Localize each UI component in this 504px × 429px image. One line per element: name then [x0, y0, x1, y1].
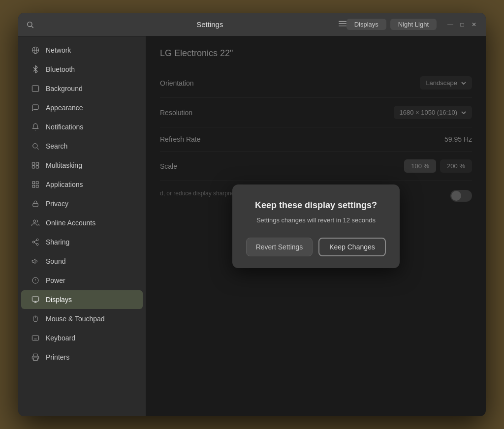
sidebar-item-multitasking[interactable]: Multitasking	[21, 156, 143, 175]
sidebar-label-background: Background	[46, 85, 83, 92]
svg-rect-39	[33, 358, 37, 360]
multitasking-icon	[31, 161, 40, 170]
privacy-icon	[31, 199, 40, 208]
bluetooth-icon	[31, 65, 40, 74]
close-button[interactable]: ✕	[470, 21, 478, 29]
titlebar: Settings Displays Night Light — □ ✕	[18, 13, 486, 36]
sidebar-item-power[interactable]: Power	[21, 271, 143, 290]
background-icon	[31, 84, 40, 93]
sidebar-item-background[interactable]: Background	[21, 79, 143, 98]
svg-line-1	[32, 26, 33, 28]
sidebar-item-mouse-touchpad[interactable]: Mouse & Touchpad	[21, 309, 143, 328]
svg-rect-11	[32, 162, 34, 165]
sidebar-label-network: Network	[46, 46, 71, 54]
sidebar-label-bluetooth: Bluetooth	[46, 65, 75, 73]
dialog-buttons: Revert Settings Keep Changes	[246, 238, 386, 256]
sidebar-label-sound: Sound	[46, 257, 65, 265]
displays-icon	[31, 295, 40, 304]
online-accounts-icon	[31, 218, 40, 227]
svg-line-10	[37, 148, 39, 150]
applications-icon	[31, 180, 40, 189]
sidebar-label-keyboard: Keyboard	[46, 334, 75, 342]
sidebar-item-privacy[interactable]: Privacy	[21, 194, 143, 213]
sidebar-item-online-accounts[interactable]: Online Accounts	[21, 214, 143, 232]
titlebar-tabs: Displays Night Light	[346, 19, 437, 30]
sidebar-item-displays[interactable]: Displays	[21, 290, 143, 309]
tab-night-light[interactable]: Night Light	[390, 19, 437, 30]
window-title: Settings	[42, 20, 378, 29]
minimize-button[interactable]: —	[446, 21, 454, 29]
svg-rect-8	[32, 86, 38, 92]
sidebar-label-sharing: Sharing	[46, 238, 69, 246]
sidebar-item-sound[interactable]: Sound	[21, 252, 143, 271]
svg-point-9	[33, 144, 37, 148]
sound-icon	[31, 257, 40, 266]
sidebar-item-bluetooth[interactable]: Bluetooth	[21, 60, 143, 79]
dialog-body: Settings changes will revert in 12 secon…	[246, 216, 386, 224]
keyboard-icon	[31, 334, 40, 342]
sidebar-item-notifications[interactable]: Notifications	[21, 118, 143, 136]
dialog-overlay: Keep these display settings? Settings ch…	[146, 36, 486, 416]
appearance-icon	[31, 103, 40, 112]
menu-icon[interactable]	[339, 20, 346, 30]
svg-rect-14	[36, 166, 38, 168]
svg-rect-4	[339, 26, 346, 26]
svg-point-20	[33, 220, 35, 222]
svg-rect-2	[339, 21, 346, 21]
tab-displays[interactable]: Displays	[346, 19, 386, 30]
settings-window: Settings Displays Night Light — □ ✕ Netw…	[18, 13, 486, 416]
svg-point-0	[28, 22, 32, 26]
svg-rect-13	[32, 166, 34, 168]
sidebar-item-search[interactable]: Search	[21, 137, 143, 155]
search-icon[interactable]	[26, 21, 42, 29]
sidebar-label-displays: Displays	[46, 296, 72, 304]
svg-marker-26	[32, 259, 35, 263]
power-icon	[31, 276, 40, 285]
sidebar-label-online-accounts: Online Accounts	[46, 219, 95, 227]
main-content: Network Bluetooth Background Appearance	[18, 36, 486, 416]
sidebar-item-network[interactable]: Network	[21, 41, 143, 60]
sidebar-item-keyboard[interactable]: Keyboard	[21, 329, 143, 347]
maximize-button[interactable]: □	[458, 21, 466, 29]
sidebar-label-privacy: Privacy	[46, 200, 68, 208]
mouse-icon	[31, 314, 40, 323]
sidebar: Network Bluetooth Background Appearance	[18, 36, 146, 416]
sidebar-item-sharing[interactable]: Sharing	[21, 233, 143, 251]
svg-line-24	[34, 243, 37, 244]
svg-rect-19	[33, 203, 38, 206]
sidebar-label-power: Power	[46, 276, 65, 284]
svg-point-21	[36, 239, 38, 241]
svg-rect-3	[339, 23, 346, 24]
sidebar-label-printers: Printers	[46, 353, 69, 361]
keep-changes-button[interactable]: Keep Changes	[318, 238, 386, 256]
svg-line-25	[34, 240, 37, 242]
window-controls: — □ ✕	[446, 21, 478, 29]
content-area: LG Electronics 22" Orientation Landscape…	[146, 36, 486, 416]
sidebar-item-applications[interactable]: Applications	[21, 175, 143, 194]
sidebar-item-appearance[interactable]: Appearance	[21, 98, 143, 117]
dialog: Keep these display settings? Settings ch…	[232, 184, 400, 268]
svg-rect-18	[36, 185, 38, 187]
sidebar-item-printers[interactable]: Printers	[21, 348, 143, 367]
sidebar-label-mouse-touchpad: Mouse & Touchpad	[46, 315, 105, 323]
sidebar-label-appearance: Appearance	[46, 104, 83, 112]
svg-rect-34	[32, 336, 38, 340]
svg-point-22	[32, 241, 34, 243]
svg-point-23	[36, 244, 38, 245]
network-icon	[31, 46, 40, 55]
svg-rect-16	[36, 182, 38, 184]
svg-rect-29	[32, 297, 38, 301]
dialog-title: Keep these display settings?	[246, 200, 386, 211]
sidebar-label-applications: Applications	[46, 181, 83, 188]
revert-settings-button[interactable]: Revert Settings	[246, 238, 313, 256]
svg-rect-15	[32, 182, 35, 184]
search-sidebar-icon	[31, 142, 40, 151]
sharing-icon	[31, 238, 40, 246]
sidebar-label-multitasking: Multitasking	[46, 161, 82, 169]
sidebar-label-search: Search	[46, 142, 67, 150]
notifications-icon	[31, 123, 40, 131]
svg-rect-12	[36, 162, 38, 165]
sidebar-label-notifications: Notifications	[46, 123, 83, 131]
svg-rect-17	[32, 185, 35, 187]
printers-icon	[31, 353, 40, 362]
